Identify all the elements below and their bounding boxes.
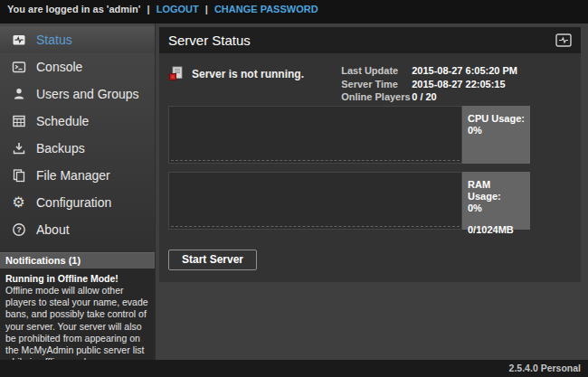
notification-item: Running in Offline Mode! Offline mode wi…	[0, 269, 155, 360]
topbar: You are logged in as 'admin' | LOGOUT | …	[0, 0, 588, 24]
notifications-panel: Notifications (1) Running in Offline Mod…	[0, 252, 155, 360]
configuration-icon: ⚙	[11, 195, 26, 211]
ram-usage-value: 0%	[468, 203, 525, 214]
sidebar-item-about[interactable]: ? About	[0, 216, 155, 243]
ram-usage-label: RAM Usage:	[468, 179, 525, 203]
status-graph-icon[interactable]	[555, 33, 572, 47]
logged-in-text: You are logged in as 'admin'	[7, 4, 140, 14]
info-row: Server Time 2015-08-27 22:05:15	[341, 78, 517, 91]
main-content: Server Status Server is not running.	[155, 24, 588, 360]
cpu-usage-value: 0%	[468, 125, 525, 137]
sidebar-menu: Status Console Users and Groups Schedule	[0, 24, 155, 243]
info-row: Last Update 2015-08-27 6:05:20 PM	[341, 64, 517, 78]
cpu-usage-chart	[168, 106, 462, 164]
sidebar-item-users-and-groups[interactable]: Users and Groups	[0, 80, 155, 108]
sidebar-item-status[interactable]: Status	[0, 26, 155, 53]
change-password-link[interactable]: CHANGE PASSWORD	[214, 4, 318, 14]
sidebar: Status Console Users and Groups Schedule	[0, 24, 155, 360]
chart-baseline	[171, 160, 460, 161]
info-value: 0 / 20	[412, 90, 437, 104]
schedule-icon	[11, 114, 26, 129]
sidebar-item-schedule[interactable]: Schedule	[0, 108, 155, 135]
info-label: Online Players	[341, 90, 412, 104]
about-icon: ?	[11, 222, 26, 238]
version-text: 2.5.4.0 Personal	[509, 363, 581, 373]
notification-title: Running in Offline Mode!	[5, 273, 149, 285]
console-icon	[11, 60, 26, 75]
file-manager-icon	[11, 168, 26, 184]
server-state: Server is not running.	[168, 66, 304, 81]
status-row: Server is not running. Last Update 2015-…	[168, 63, 572, 106]
info-value: 2015-08-27 6:05:20 PM	[412, 64, 517, 78]
topbar-separator: |	[205, 4, 208, 14]
info-label: Last Update	[341, 64, 412, 78]
chart-baseline	[171, 226, 460, 227]
cpu-usage-box: CPU Usage: 0%	[462, 106, 530, 164]
ram-usage-box: RAM Usage: 0% 0/1024MB	[462, 172, 530, 230]
cpu-graph-row: CPU Usage: 0%	[168, 106, 572, 164]
start-server-button[interactable]: Start Server	[168, 250, 257, 270]
sidebar-item-configuration[interactable]: ⚙ Configuration	[0, 189, 155, 216]
sidebar-item-label: Console	[36, 60, 82, 74]
ram-usage-detail: 0/1024MB	[468, 224, 525, 236]
info-row: Online Players 0 / 20	[341, 90, 517, 104]
backups-icon	[11, 141, 26, 156]
panel-body: Server is not running. Last Update 2015-…	[159, 53, 581, 282]
info-label: Server Time	[341, 78, 412, 91]
sidebar-item-label: Backups	[36, 141, 85, 156]
sidebar-item-label: Status	[36, 33, 72, 47]
sidebar-item-backups[interactable]: Backups	[0, 135, 155, 162]
server-stopped-icon	[168, 66, 184, 81]
mcmyadmin-app: You are logged in as 'admin' | LOGOUT | …	[0, 0, 588, 377]
svg-text:?: ?	[16, 225, 22, 234]
footer: 2.5.4.0 Personal	[0, 360, 588, 377]
logout-link[interactable]: LOGOUT	[156, 4, 199, 14]
sidebar-item-file-manager[interactable]: File Manager	[0, 162, 155, 189]
notifications-header: Notifications (1)	[0, 252, 155, 269]
info-value: 2015-08-27 22:05:15	[412, 78, 505, 91]
panel-header: Server Status	[159, 27, 581, 53]
page-title: Server Status	[168, 33, 251, 48]
status-icon	[11, 33, 26, 48]
cpu-usage-label: CPU Usage:	[468, 113, 525, 125]
users-icon	[11, 87, 26, 102]
ram-usage-chart	[168, 172, 462, 230]
notification-text: Offline mode will allow other players to…	[5, 285, 149, 368]
server-state-message: Server is not running.	[192, 68, 304, 80]
topbar-separator: |	[147, 4, 150, 14]
sidebar-item-label: About	[36, 222, 70, 237]
server-info-table: Last Update 2015-08-27 6:05:20 PM Server…	[341, 64, 517, 104]
sidebar-item-label: Schedule	[36, 114, 89, 128]
sidebar-item-label: Users and Groups	[36, 87, 139, 101]
ram-graph-row: RAM Usage: 0% 0/1024MB	[168, 172, 572, 230]
server-status-panel: Server Status Server is not running.	[159, 27, 581, 282]
sidebar-item-label: Configuration	[36, 195, 111, 210]
sidebar-item-console[interactable]: Console	[0, 53, 155, 80]
sidebar-item-label: File Manager	[36, 168, 110, 183]
